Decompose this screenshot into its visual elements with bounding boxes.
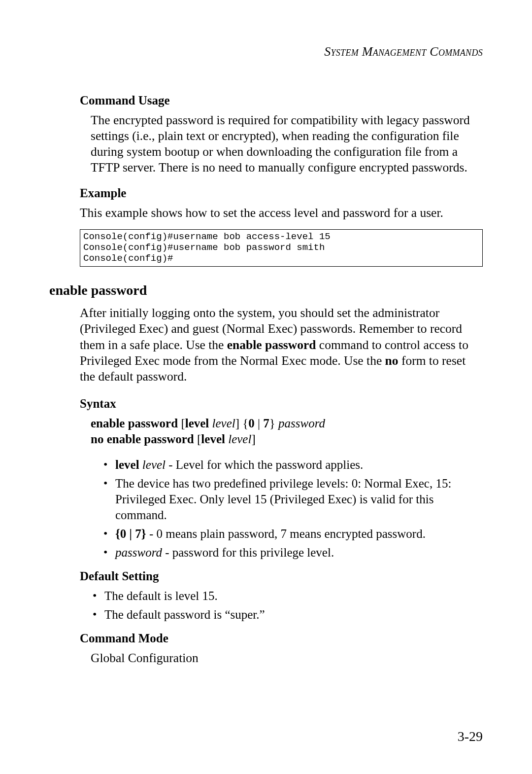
list-item: The device has two predefined privilege … (101, 476, 483, 523)
syntax-token: level (201, 432, 225, 446)
syntax-token: enable password (91, 417, 178, 430)
syntax-token: 7 (263, 417, 269, 430)
list-item: {0 | 7} - 0 means plain password, 7 mean… (101, 526, 483, 542)
example-heading: Example (80, 186, 483, 200)
command-usage-heading: Command Usage (80, 94, 483, 107)
command-usage-text: The encrypted password is required for c… (91, 112, 483, 176)
bullet-token: - Level for which the password applies. (166, 458, 363, 471)
command-mode-heading: Command Mode (80, 632, 483, 645)
bullet-token: {0 | 7} (115, 527, 146, 540)
page-number: 3-29 (458, 729, 483, 744)
syntax-heading: Syntax (80, 397, 483, 411)
default-setting-heading: Default Setting (80, 569, 483, 583)
syntax-token: ] { (235, 417, 249, 430)
syntax-token: [ (178, 417, 185, 430)
bullet-token: - password for this privilege level. (162, 546, 334, 559)
syntax-token: ] (251, 432, 255, 446)
syntax-token: password (278, 417, 325, 430)
bullet-token: password (115, 546, 162, 559)
running-head: System Management Commands (49, 44, 483, 59)
syntax-token: | (255, 417, 264, 430)
syntax-line-2: no enable password [level level] (91, 431, 483, 447)
syntax-token: 0 (248, 417, 255, 430)
enable-password-section: After initially logging onto the system,… (80, 305, 483, 666)
bullet-token: level (115, 458, 139, 471)
syntax-token: no enable password (91, 432, 194, 446)
syntax-lines: enable password [level level] {0 | 7} pa… (91, 416, 483, 447)
example-intro: This example shows how to set the access… (80, 205, 483, 221)
command-mode-text: Global Configuration (91, 650, 483, 666)
syntax-token: level (228, 432, 251, 446)
syntax-token: level (212, 417, 235, 430)
example-code: Console(config)#username bob access-leve… (80, 229, 483, 267)
syntax-line-1: enable password [level level] {0 | 7} pa… (91, 416, 483, 431)
enable-password-title: enable password (49, 282, 483, 298)
intro-no: no (385, 353, 399, 368)
command-usage-section: Command Usage The encrypted password is … (80, 94, 483, 176)
syntax-token: level (185, 417, 209, 430)
list-item: The default is level 15. (91, 588, 483, 604)
default-setting-bullets: The default is level 15. The default pas… (91, 588, 483, 623)
list-item: password - password for this privilege l… (101, 545, 483, 561)
list-item: The default password is “super.” (91, 607, 483, 623)
syntax-bullets: level level - Level for which the passwo… (101, 457, 483, 561)
syntax-token: [ (194, 432, 201, 446)
enable-password-intro: After initially logging onto the system,… (80, 305, 483, 385)
example-section: Example This example shows how to set th… (80, 186, 483, 267)
bullet-token: - 0 means plain password, 7 means encryp… (146, 527, 426, 540)
intro-cmd: enable password (227, 338, 316, 352)
page: System Management Commands Command Usage… (0, 0, 532, 774)
list-item: level level - Level for which the passwo… (101, 457, 483, 473)
syntax-token: } (269, 417, 278, 430)
bullet-token: level (142, 458, 166, 471)
